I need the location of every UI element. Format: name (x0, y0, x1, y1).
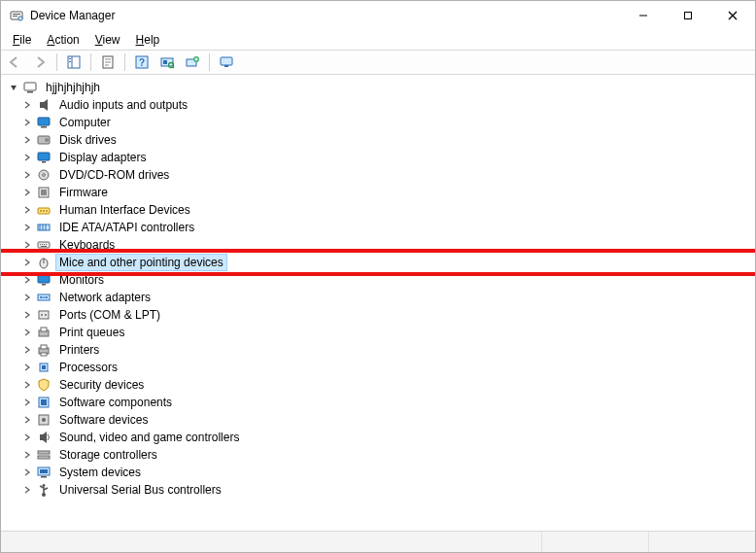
properties-button[interactable] (96, 52, 120, 73)
tree-item[interactable]: Print queues (3, 324, 753, 341)
tree-item-label[interactable]: Software devices (55, 411, 152, 429)
tree-item-label[interactable]: Sound, video and game controllers (55, 429, 243, 446)
tree-item-label[interactable]: Security devices (55, 376, 148, 394)
tree-item-label[interactable]: Computer (55, 114, 115, 131)
expand-icon[interactable] (20, 343, 34, 357)
tree-item-label[interactable]: Firmware (55, 184, 112, 201)
expand-icon[interactable] (20, 483, 34, 497)
tree-item-label[interactable]: Monitors (55, 271, 108, 289)
tree-item[interactable]: Keyboards (3, 236, 753, 254)
keyboard-icon (36, 237, 52, 253)
tree-item-label[interactable]: Disk drives (55, 131, 120, 149)
expand-icon[interactable] (20, 203, 34, 217)
tree-item[interactable]: Storage controllers (3, 446, 753, 464)
svg-rect-40 (41, 190, 47, 195)
expand-icon[interactable] (20, 186, 34, 199)
menu-help[interactable]: Help (128, 31, 168, 49)
tree-item-label[interactable]: Processors (55, 359, 121, 376)
tree-item[interactable]: Software devices (3, 411, 753, 429)
expand-icon[interactable] (20, 273, 34, 287)
tree-item-label[interactable]: Software components (55, 394, 176, 411)
tree-item[interactable]: Universal Serial Bus controllers (3, 481, 753, 499)
tree-item[interactable]: Printers (3, 341, 753, 359)
add-legacy-button[interactable] (181, 52, 204, 73)
device-tree-pane[interactable]: hjjhjhjhjhjh Audio inputs and outputsCom… (1, 75, 755, 531)
show-hide-tree-button[interactable] (62, 52, 86, 73)
expand-icon[interactable] (20, 291, 34, 304)
svg-rect-69 (41, 345, 47, 349)
expand-icon[interactable] (20, 378, 34, 392)
expand-icon[interactable] (20, 221, 34, 234)
tree-item[interactable]: Computer (3, 114, 753, 131)
tree-item[interactable]: Firmware (3, 184, 753, 201)
menu-action[interactable]: Action (39, 31, 86, 49)
expand-icon[interactable] (20, 133, 34, 147)
root-label[interactable]: hjjhjhjhjhjh (42, 79, 104, 96)
devices-by-type-button[interactable] (215, 52, 238, 73)
maximize-button[interactable] (666, 1, 710, 30)
statusbar (1, 531, 755, 552)
expand-icon[interactable] (20, 168, 34, 182)
tree-item-label[interactable]: Print queues (55, 324, 128, 341)
tree-item-label[interactable]: IDE ATA/ATAPI controllers (55, 219, 198, 236)
expand-icon[interactable] (20, 431, 34, 444)
tree-item[interactable]: Software components (3, 394, 753, 411)
tree-item[interactable]: Human Interface Devices (3, 201, 753, 219)
tree-item-label[interactable]: Ports (COM & LPT) (55, 306, 164, 324)
tree-item[interactable]: System devices (3, 464, 753, 481)
expand-icon[interactable] (20, 361, 34, 374)
tree-item-label[interactable]: Printers (55, 341, 103, 359)
menu-file[interactable]: File (5, 31, 39, 49)
tree-item-label[interactable]: Audio inputs and outputs (55, 96, 191, 114)
expand-icon[interactable] (20, 466, 34, 479)
svg-rect-78 (38, 451, 50, 454)
svg-rect-77 (40, 434, 43, 440)
expand-icon[interactable] (20, 256, 34, 269)
close-button[interactable] (710, 1, 755, 30)
tree-item[interactable]: Display adapters (3, 149, 753, 166)
tree-item-label[interactable]: Universal Serial Bus controllers (55, 481, 225, 499)
expand-icon[interactable] (20, 98, 34, 112)
tree-item[interactable]: Ports (COM & LPT) (3, 306, 753, 324)
app-icon (9, 8, 24, 23)
tree-item[interactable]: Disk drives (3, 131, 753, 149)
tree-item-label[interactable]: Storage controllers (55, 446, 161, 464)
tree-item[interactable]: Sound, video and game controllers (3, 429, 753, 446)
expand-icon[interactable] (20, 413, 34, 427)
tree-item-label[interactable]: Mice and other pointing devices (55, 254, 227, 271)
menu-view[interactable]: View (87, 31, 128, 49)
tree-item[interactable]: Processors (3, 359, 753, 376)
sound-icon (36, 430, 52, 445)
tree-root[interactable]: hjjhjhjhjhjh (3, 79, 753, 96)
tree-item[interactable]: IDE ATA/ATAPI controllers (3, 219, 753, 236)
tree-item-label[interactable]: System devices (55, 464, 145, 481)
svg-rect-32 (41, 126, 47, 128)
expand-icon[interactable] (20, 448, 34, 462)
expand-icon[interactable] (20, 116, 34, 129)
tree-item[interactable]: DVD/CD-ROM drives (3, 166, 753, 184)
ide-icon (36, 220, 52, 235)
storage-icon (36, 447, 52, 463)
tree-item-label[interactable]: Keyboards (55, 236, 119, 254)
minimize-button[interactable] (621, 1, 666, 30)
back-button[interactable] (3, 52, 26, 73)
tree-item[interactable]: Monitors (3, 271, 753, 289)
expand-icon[interactable] (20, 326, 34, 339)
scan-hardware-button[interactable] (155, 52, 179, 73)
expand-icon[interactable] (20, 396, 34, 409)
tree-item-label[interactable]: Display adapters (55, 149, 150, 166)
tree-item-label[interactable]: DVD/CD-ROM drives (55, 166, 173, 184)
expand-icon[interactable] (20, 238, 34, 252)
tree-item-label[interactable]: Human Interface Devices (55, 201, 194, 219)
help-button[interactable]: ? (130, 52, 154, 73)
tree-item[interactable]: Mice and other pointing devices (3, 254, 753, 271)
usb-icon (36, 482, 52, 498)
tree-item-label[interactable]: Network adapters (55, 289, 155, 306)
expand-icon[interactable] (20, 308, 34, 322)
expand-icon[interactable] (20, 151, 34, 164)
forward-button[interactable] (28, 52, 52, 73)
collapse-icon[interactable] (7, 81, 20, 94)
tree-item[interactable]: Audio inputs and outputs (3, 96, 753, 114)
tree-item[interactable]: Security devices (3, 376, 753, 394)
tree-item[interactable]: Network adapters (3, 289, 753, 306)
